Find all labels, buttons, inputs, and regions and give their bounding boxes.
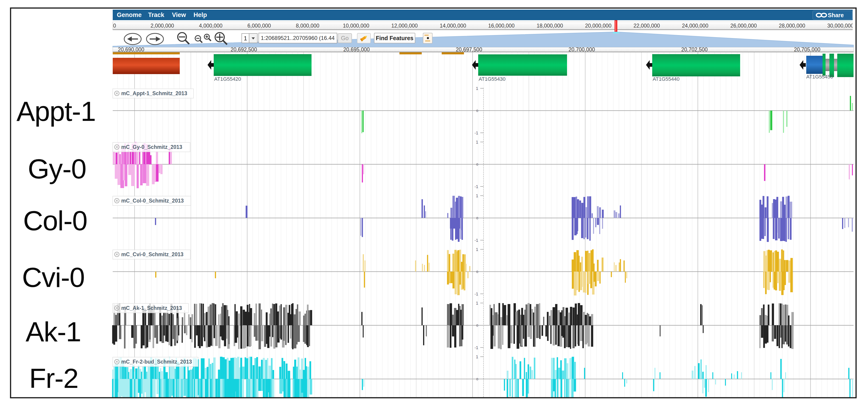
- svg-text:-1: -1: [474, 238, 478, 243]
- svg-text:10,000,000: 10,000,000: [343, 23, 369, 29]
- svg-text:0: 0: [476, 270, 478, 274]
- svg-text:1: 1: [244, 35, 247, 42]
- svg-text:AT1G55450: AT1G55450: [806, 74, 833, 79]
- svg-text:0: 0: [476, 162, 478, 166]
- svg-text:22,000,000: 22,000,000: [633, 23, 660, 29]
- svg-text:14,000,000: 14,000,000: [440, 23, 466, 29]
- svg-text:4,000,000: 4,000,000: [199, 23, 222, 29]
- svg-text:AT1G55440: AT1G55440: [653, 76, 680, 82]
- svg-text:Share: Share: [828, 12, 844, 19]
- svg-text:Appt-1: Appt-1: [17, 96, 96, 127]
- svg-text:0: 0: [113, 23, 116, 29]
- svg-text:Go: Go: [341, 35, 348, 41]
- svg-text:1: 1: [476, 301, 478, 306]
- svg-text:mC_Appt-1_Schmitz_2013: mC_Appt-1_Schmitz_2013: [121, 90, 187, 96]
- svg-text:18,000,000: 18,000,000: [536, 23, 563, 29]
- svg-text:20,702,500: 20,702,500: [681, 46, 708, 53]
- svg-text:12,000,000: 12,000,000: [391, 23, 417, 29]
- svg-text:-1: -1: [474, 292, 478, 296]
- svg-text:Find Features: Find Features: [376, 35, 413, 41]
- svg-text:20,695,000: 20,695,000: [343, 46, 370, 53]
- svg-text:mC_Cvi-0_Schmitz_2013: mC_Cvi-0_Schmitz_2013: [121, 251, 183, 257]
- svg-text:2,000,000: 2,000,000: [151, 23, 174, 29]
- svg-text:30,000,000: 30,000,000: [827, 23, 854, 29]
- svg-text:-1: -1: [474, 131, 478, 135]
- svg-text:View: View: [172, 11, 186, 19]
- svg-text:1: 1: [476, 86, 478, 91]
- svg-text:0: 0: [476, 109, 478, 113]
- svg-text:mC_Fr-2-bud_Schmitz_2013: mC_Fr-2-bud_Schmitz_2013: [121, 359, 192, 365]
- svg-text:Ak-1: Ak-1: [26, 316, 81, 347]
- svg-text:20,705,000: 20,705,000: [794, 46, 820, 53]
- svg-text:20,692,500: 20,692,500: [230, 46, 257, 53]
- svg-text:1: 1: [476, 140, 478, 144]
- svg-text:1:20689521..20705960 (16.44: 1:20689521..20705960 (16.44: [261, 35, 335, 41]
- svg-text:-1: -1: [474, 184, 478, 189]
- svg-text:0: 0: [476, 377, 478, 381]
- svg-text:0: 0: [476, 216, 478, 220]
- svg-text:-1: -1: [474, 345, 478, 350]
- svg-text:Fr-2: Fr-2: [29, 363, 78, 394]
- svg-text:26,000,000: 26,000,000: [730, 23, 757, 29]
- svg-text:20,690,000: 20,690,000: [118, 46, 144, 53]
- svg-text:Cvi-0: Cvi-0: [22, 262, 85, 293]
- svg-text:mC_Ak-1_Schmitz_2013: mC_Ak-1_Schmitz_2013: [121, 305, 182, 311]
- svg-text:20,697,500: 20,697,500: [456, 46, 482, 53]
- svg-text:Genome: Genome: [117, 11, 142, 19]
- svg-text:AT1G55420: AT1G55420: [214, 76, 241, 82]
- svg-text:mC_Gy-0_Schmitz_2013: mC_Gy-0_Schmitz_2013: [121, 144, 182, 150]
- svg-text:16,000,000: 16,000,000: [488, 23, 515, 29]
- svg-text:20,700,000: 20,700,000: [568, 46, 595, 53]
- svg-text:Gy-0: Gy-0: [28, 153, 86, 184]
- svg-text:0: 0: [476, 324, 478, 327]
- svg-text:Help: Help: [193, 11, 207, 19]
- svg-text:20,000,000: 20,000,000: [585, 23, 611, 29]
- svg-text:1: 1: [476, 354, 478, 359]
- svg-text:Col-0: Col-0: [23, 205, 87, 236]
- svg-text:AT1G55430: AT1G55430: [479, 76, 505, 82]
- svg-text:1: 1: [476, 194, 478, 198]
- svg-text:1: 1: [476, 247, 478, 252]
- svg-text:8,000,000: 8,000,000: [296, 23, 319, 29]
- svg-text:6,000,000: 6,000,000: [247, 23, 271, 29]
- svg-text:24,000,000: 24,000,000: [682, 23, 708, 29]
- svg-text:mC_Col-0_Schmitz_2013: mC_Col-0_Schmitz_2013: [121, 198, 184, 204]
- svg-text:28,000,000: 28,000,000: [779, 23, 805, 29]
- svg-text:Track: Track: [148, 11, 164, 19]
